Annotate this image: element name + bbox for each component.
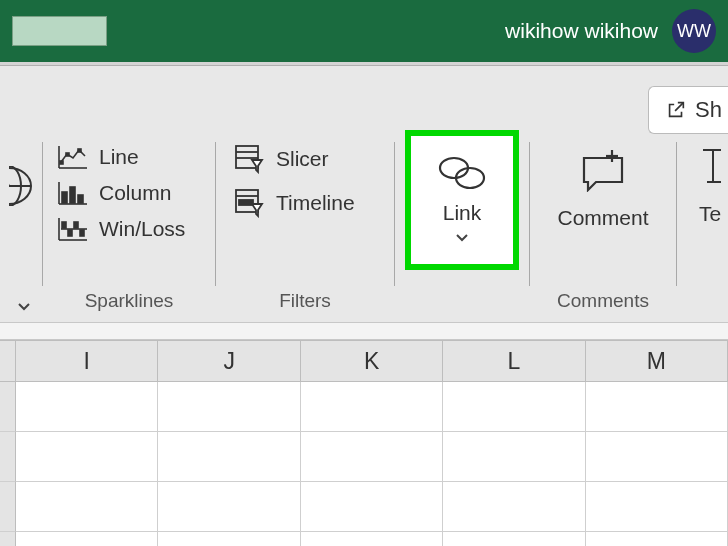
cell[interactable] (443, 482, 585, 532)
cell[interactable] (16, 432, 158, 482)
sparkline-line-icon (57, 144, 89, 170)
cell[interactable] (301, 432, 443, 482)
cell[interactable] (158, 532, 300, 546)
slicer-icon (234, 144, 264, 174)
row-header[interactable] (0, 482, 16, 532)
avatar[interactable]: WW (672, 9, 716, 53)
sparkline-column-icon (57, 180, 89, 206)
grid-row (0, 382, 728, 432)
titlebar-left (12, 16, 107, 46)
cell[interactable] (301, 532, 443, 546)
column-header[interactable]: J (158, 341, 300, 381)
cell[interactable] (586, 482, 728, 532)
svg-rect-9 (62, 192, 67, 203)
account-name[interactable]: wikihow wikihow (505, 19, 658, 43)
sparkline-winloss-label: Win/Loss (99, 217, 185, 241)
group-label-comments: Comments (530, 286, 676, 316)
cell[interactable] (158, 382, 300, 432)
cell[interactable] (443, 532, 585, 546)
slicer-label: Slicer (276, 147, 329, 171)
link-label: Link (443, 201, 482, 225)
group-text-partial: Te (677, 136, 728, 322)
timeline-icon (234, 188, 264, 218)
sparkline-column-button[interactable]: Column (57, 180, 185, 206)
cell[interactable] (16, 482, 158, 532)
sparkline-winloss-button[interactable]: Win/Loss (57, 216, 185, 242)
select-all-corner[interactable] (0, 341, 16, 381)
partial-group-left (0, 136, 42, 322)
column-headers: I J K L M (0, 340, 728, 382)
cell[interactable] (586, 532, 728, 546)
cell[interactable] (586, 382, 728, 432)
link-button[interactable]: Link (405, 130, 519, 270)
row-header[interactable] (0, 382, 16, 432)
comment-label: Comment (557, 206, 648, 230)
titlebar: wikihow wikihow WW (0, 0, 728, 62)
grid-row (0, 532, 728, 546)
share-label: Sh (695, 97, 722, 123)
cell[interactable] (158, 482, 300, 532)
slicer-button[interactable]: Slicer (234, 144, 355, 174)
cell[interactable] (586, 432, 728, 482)
timeline-label: Timeline (276, 191, 355, 215)
group-links: Link Links (395, 136, 529, 322)
cell[interactable] (443, 382, 585, 432)
cell[interactable] (16, 532, 158, 546)
group-comments: Comment Comments (530, 136, 676, 322)
cell[interactable] (158, 432, 300, 482)
qat-box[interactable] (12, 16, 107, 46)
row-header[interactable] (0, 432, 16, 482)
text-box-button[interactable]: Te (699, 144, 721, 226)
cell[interactable] (16, 382, 158, 432)
column-header[interactable]: L (443, 341, 585, 381)
ribbon-groups: Line Column (0, 136, 728, 322)
group-label-sparklines: Sparklines (43, 286, 215, 316)
formula-bar-area (0, 322, 728, 340)
share-icon (665, 99, 687, 121)
sparkline-column-label: Column (99, 181, 171, 205)
group-sparklines: Line Column (43, 136, 215, 322)
sparkline-winloss-icon (57, 216, 89, 242)
row-header[interactable] (0, 532, 16, 546)
comment-icon (578, 148, 628, 192)
grid-row (0, 482, 728, 532)
group-label-text-partial (699, 308, 728, 316)
column-header[interactable]: M (586, 341, 728, 381)
column-header[interactable]: K (301, 341, 443, 381)
grid-row (0, 432, 728, 482)
column-header[interactable]: I (16, 341, 158, 381)
svg-rect-11 (78, 195, 83, 203)
chevron-down-icon[interactable] (17, 298, 31, 316)
comment-button[interactable]: Comment (530, 144, 676, 230)
svg-rect-10 (70, 187, 75, 203)
ribbon: Sh (0, 66, 728, 322)
cell[interactable] (301, 482, 443, 532)
sparkline-line-label: Line (99, 145, 139, 169)
titlebar-right: wikihow wikihow WW (505, 9, 716, 53)
globe-icon[interactable] (9, 166, 39, 210)
group-filters: Slicer Timeline (216, 136, 394, 322)
svg-rect-4 (60, 161, 63, 164)
svg-rect-17 (74, 222, 78, 228)
link-icon (434, 153, 490, 193)
svg-rect-15 (62, 222, 66, 228)
text-box-icon (699, 144, 721, 188)
svg-rect-24 (239, 200, 253, 205)
svg-rect-18 (80, 230, 84, 236)
avatar-initials: WW (677, 21, 711, 42)
svg-rect-6 (78, 149, 81, 152)
svg-rect-5 (66, 153, 69, 156)
sparkline-line-button[interactable]: Line (57, 144, 185, 170)
timeline-button[interactable]: Timeline (234, 188, 355, 218)
cell[interactable] (301, 382, 443, 432)
share-button[interactable]: Sh (648, 86, 728, 134)
spreadsheet-grid: I J K L M (0, 340, 728, 546)
text-box-label: Te (699, 202, 721, 226)
chevron-down-icon (455, 229, 469, 247)
group-label-filters: Filters (216, 286, 394, 316)
cell[interactable] (443, 432, 585, 482)
svg-rect-16 (68, 230, 72, 236)
